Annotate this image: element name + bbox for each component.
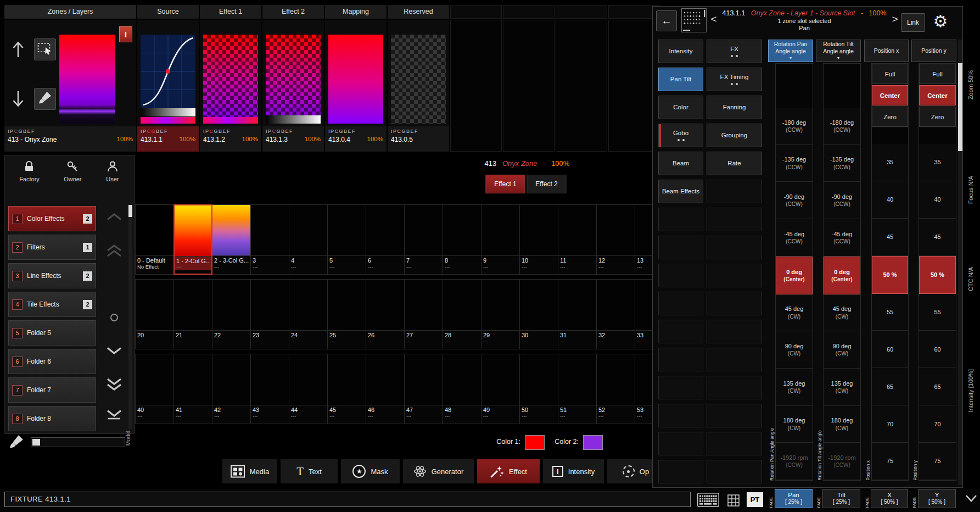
- effect-cell[interactable]: 28---: [443, 279, 481, 349]
- effect-cell[interactable]: 6---: [366, 204, 405, 275]
- slot-label[interactable]: IPCGBEF413.0.4100%: [325, 126, 387, 152]
- scroll-page-down-icon[interactable]: [106, 377, 122, 393]
- slot-label[interactable]: IPCGBEF413.1.3100%: [262, 126, 324, 152]
- tab-effect-1[interactable]: Effect 1: [200, 5, 261, 19]
- effect-cell[interactable]: 46---: [366, 354, 405, 424]
- effect-cell[interactable]: 43---: [250, 354, 289, 424]
- layer-down-button[interactable]: [10, 90, 26, 110]
- paint-brush-button[interactable]: [34, 88, 56, 110]
- nav-grouping-button[interactable]: Grouping: [707, 124, 762, 147]
- effect-tab-effect-1[interactable]: Effect 1: [486, 175, 525, 193]
- nav-fx-timing-button[interactable]: FX Timing: [707, 68, 762, 91]
- model-scrollbar-thumb[interactable]: [32, 439, 40, 446]
- value-option[interactable]: 65: [872, 368, 908, 405]
- slot-thumbnail[interactable]: [328, 35, 383, 124]
- effect-cell[interactable]: 21---: [173, 279, 212, 349]
- value-option[interactable]: 90 deg(CW): [824, 331, 860, 369]
- value-option[interactable]: -1920 rpm(CCW): [776, 443, 813, 480]
- layer-up-button[interactable]: [10, 41, 26, 60]
- toolbar-text-button[interactable]: TText: [281, 459, 338, 483]
- brush-icon[interactable]: [9, 434, 24, 452]
- effect-cell[interactable]: 11---: [558, 204, 597, 275]
- owner-user[interactable]: User: [106, 160, 119, 182]
- effect-cell[interactable]: 47---: [404, 354, 443, 424]
- tab-effect-2[interactable]: Effect 2: [262, 5, 324, 19]
- folder-item-2[interactable]: 2Filters1: [8, 235, 96, 260]
- value-option[interactable]: 75: [919, 443, 956, 480]
- folder-item-8[interactable]: 8Folder 8: [8, 406, 96, 431]
- nav-color-button[interactable]: Color: [658, 96, 703, 119]
- scroll-page-up-icon[interactable]: [106, 244, 122, 260]
- zone-thumbnail[interactable]: [59, 35, 115, 124]
- effect-cell[interactable]: 48---: [443, 354, 481, 424]
- nav-rate-button[interactable]: Rate: [707, 152, 762, 175]
- column-header[interactable]: Rotation PanAngle angle▾: [768, 40, 813, 62]
- zone-label[interactable]: IPCGBEF 413 - Onyx Zone 100%: [4, 126, 136, 152]
- effect-cell[interactable]: 42---: [212, 354, 251, 424]
- value-option[interactable]: -45 deg(CCW): [776, 219, 813, 257]
- toolbar-media-button[interactable]: Media: [222, 459, 277, 483]
- folder-scrollbar[interactable]: [128, 205, 132, 429]
- value-option[interactable]: 40: [872, 181, 908, 219]
- fader-y[interactable]: FADEY[ 50% ]: [911, 489, 956, 508]
- column-header[interactable]: Position y: [911, 40, 956, 62]
- value-option[interactable]: 65: [919, 368, 956, 405]
- effect-cell[interactable]: 31---: [558, 279, 597, 349]
- effect-cell[interactable]: 4---: [289, 204, 328, 275]
- slot-label[interactable]: IPCGBEF413.1.1100%: [137, 126, 199, 152]
- panel-scrollbar-thumb[interactable]: [958, 63, 962, 151]
- slot-label[interactable]: IPCGBEF413.1.2100%: [200, 126, 261, 152]
- gear-icon[interactable]: ⚙: [928, 9, 953, 33]
- effect-cell[interactable]: 5---: [327, 204, 366, 275]
- effect-cell[interactable]: 45---: [327, 354, 366, 424]
- effect-cell[interactable]: 10---: [519, 204, 558, 275]
- toolbar-mask-button[interactable]: ★Mask: [341, 459, 400, 483]
- folder-item-6[interactable]: 6Folder 6: [8, 349, 96, 374]
- slot-thumbnail[interactable]: [391, 35, 446, 124]
- effect-tab-effect-2[interactable]: Effect 2: [527, 175, 567, 193]
- scroll-to-end-icon[interactable]: [106, 409, 122, 422]
- value-option[interactable]: 180 deg(CW): [824, 406, 860, 443]
- effect-cell[interactable]: 50---: [519, 354, 558, 424]
- value-option[interactable]: 70: [872, 405, 908, 443]
- fader-x[interactable]: FADEX[ 50% ]: [864, 489, 908, 508]
- scrollbar-thumb[interactable]: [128, 205, 132, 217]
- value-option[interactable]: 135 deg(CW): [776, 369, 813, 406]
- slot-thumbnail[interactable]: [203, 35, 258, 124]
- fader-button[interactable]: Pan[ 25% ]: [775, 489, 813, 508]
- fader-button[interactable]: Tilt[ 25% ]: [822, 489, 860, 508]
- tab-zones-layers[interactable]: Zones / Layers: [4, 5, 136, 19]
- tab-mapping[interactable]: Mapping: [325, 5, 387, 19]
- fader-pan[interactable]: FADEPan[ 25% ]: [768, 489, 813, 508]
- scroll-up-icon[interactable]: [106, 213, 122, 223]
- value-option[interactable]: 45: [919, 219, 956, 256]
- quick-full-button[interactable]: Full: [919, 64, 956, 84]
- effect-cell[interactable]: 3---: [250, 204, 289, 275]
- effect-cell[interactable]: 9---: [481, 204, 520, 275]
- panel-scrollbar[interactable]: [958, 40, 962, 485]
- quick-center-button[interactable]: Center: [872, 85, 908, 105]
- nav-beam-button[interactable]: Beam: [658, 152, 703, 175]
- tab-reserved[interactable]: Reserved: [388, 5, 449, 19]
- fader-button[interactable]: X[ 50% ]: [871, 489, 908, 508]
- effect-cell[interactable]: 23---: [250, 279, 289, 349]
- effect-cell[interactable]: 44---: [289, 354, 328, 424]
- effect-cell[interactable]: 8---: [443, 204, 481, 275]
- value-option[interactable]: -135 deg(CCW): [824, 145, 860, 182]
- effect-cell[interactable]: 22---: [212, 279, 251, 349]
- value-option[interactable]: -45 deg(CCW): [824, 219, 860, 257]
- value-option[interactable]: 90 deg(CW): [776, 331, 813, 369]
- value-option[interactable]: 60: [919, 331, 956, 368]
- quick-zero-button[interactable]: Zero: [919, 107, 956, 127]
- color1-swatch[interactable]: [525, 435, 545, 450]
- effect-cell[interactable]: 29---: [481, 279, 520, 349]
- quick-center-button[interactable]: Center: [919, 85, 956, 105]
- value-option[interactable]: 70: [919, 405, 956, 443]
- folder-item-3[interactable]: 3Line Effects2: [8, 263, 96, 288]
- value-option[interactable]: -90 deg(CCW): [776, 182, 813, 219]
- toolbar-intensity-button[interactable]: IIntensity: [543, 459, 604, 483]
- effect-cell[interactable]: 1 - 2-Col G...---: [173, 204, 212, 275]
- effect-cell[interactable]: 32---: [596, 279, 635, 349]
- back-button[interactable]: ←: [656, 10, 677, 31]
- folder-item-4[interactable]: 4Tile Effects2: [8, 292, 96, 317]
